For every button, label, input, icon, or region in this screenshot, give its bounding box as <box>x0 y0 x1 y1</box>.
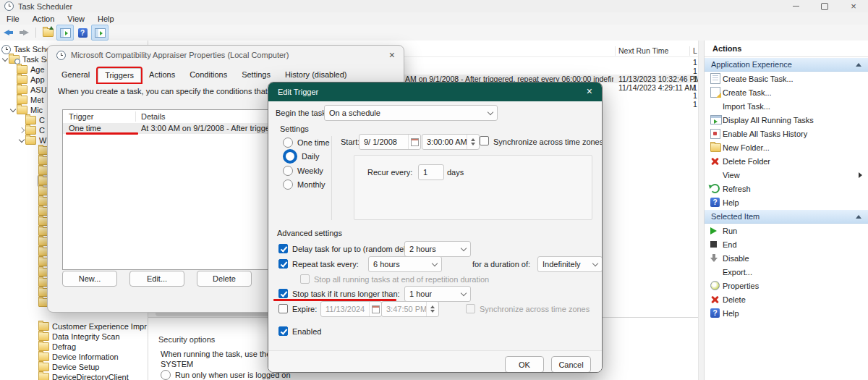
schedule-radio-option[interactable]: One time <box>283 138 330 147</box>
folder-icon <box>17 75 27 84</box>
security-account: SYSTEM <box>161 360 193 368</box>
delay-duration-select[interactable]: 2 hours <box>404 241 471 257</box>
help-icon <box>710 198 720 207</box>
toolbar-help-button[interactable] <box>76 26 89 39</box>
schedule-radio-option[interactable]: Weekly <box>283 166 330 175</box>
expire-sync-timezones-checkbox[interactable] <box>466 304 475 313</box>
advanced-settings-label: Advanced settings <box>277 229 342 237</box>
action-item[interactable]: Help <box>705 306 868 320</box>
tree-item[interactable]: Data Integrity Scan <box>0 332 148 342</box>
chevron-down-icon <box>2 56 8 62</box>
action-item[interactable]: End <box>705 237 868 251</box>
action-item[interactable]: Refresh <box>705 182 868 195</box>
forward-button[interactable] <box>17 26 30 39</box>
show-hide-action-pane-button[interactable] <box>91 25 109 41</box>
menu-item[interactable]: File <box>0 14 26 23</box>
sync-timezones-label: Synchronize across time zones <box>493 138 603 146</box>
action-item[interactable]: Create Task... <box>705 85 868 99</box>
tree-item[interactable]: Device Setup <box>0 362 148 372</box>
menu-item[interactable]: Action <box>26 14 61 23</box>
menu-item[interactable]: View <box>61 14 91 23</box>
start-date-field[interactable]: 9/ 1/2008 <box>359 134 421 150</box>
action-item[interactable]: Delete Folder <box>705 154 868 168</box>
schedule-radio-option[interactable]: Monthly <box>283 180 330 190</box>
folder-icon <box>25 126 36 135</box>
toolbar-separator <box>35 28 36 38</box>
stop-task-duration-select[interactable]: 1 hour <box>404 286 471 302</box>
action-item[interactable]: New Folder... <box>705 140 868 154</box>
delete-trigger-button[interactable]: Delete <box>197 271 252 287</box>
action-item[interactable]: Create Basic Task... <box>705 72 868 85</box>
action-item[interactable]: Help <box>705 195 868 209</box>
action-item[interactable]: Enable All Tasks History <box>705 127 868 140</box>
properties-tab[interactable]: Conditions <box>183 68 234 83</box>
console-tree-button[interactable] <box>41 26 54 39</box>
task-scheduler-icon <box>1 45 11 54</box>
dropdown-chevron-icon <box>592 261 598 266</box>
start-time-field[interactable]: 3:00:00 AM <box>422 134 480 150</box>
close-button[interactable]: × <box>839 0 868 12</box>
back-button[interactable] <box>2 26 15 39</box>
properties-tab[interactable]: Actions <box>142 68 182 83</box>
stop-all-tasks-checkbox[interactable] <box>300 274 310 284</box>
new-trigger-button[interactable]: New... <box>62 271 117 287</box>
expire-checkbox[interactable] <box>278 304 288 313</box>
details-column-header[interactable]: Details <box>141 112 166 121</box>
ok-button[interactable]: OK <box>505 356 544 373</box>
sync-timezones-checkbox[interactable] <box>480 136 489 145</box>
expire-date-field[interactable]: 11/13/2024 <box>320 301 382 317</box>
action-item[interactable]: Delete <box>705 292 868 306</box>
help-icon <box>710 308 720 318</box>
tree-item[interactable]: DeviceDirectoryClient <box>0 372 148 380</box>
action-item[interactable]: Export... <box>705 265 868 279</box>
minimize-button[interactable] <box>781 0 810 12</box>
stop-task-checkbox[interactable] <box>278 289 288 298</box>
properties-tab[interactable]: Triggers <box>98 68 141 83</box>
action-item[interactable]: Display All Running Tasks <box>705 113 868 127</box>
last-run-time-column-header[interactable]: L <box>693 46 697 55</box>
next-run-time-column-header[interactable]: Next Run Time <box>618 46 668 55</box>
action-item[interactable]: Run <box>705 224 868 237</box>
dropdown-chevron-icon <box>488 109 493 115</box>
properties-tab[interactable]: General <box>55 68 96 83</box>
section-header-application-experience[interactable]: Application Experience <box>705 57 868 72</box>
action-item[interactable]: Disable <box>705 251 868 265</box>
section-header-selected-item[interactable]: Selected Item <box>705 209 868 224</box>
properties-icon <box>710 281 720 290</box>
repeat-interval-select[interactable]: 6 hours <box>368 256 442 272</box>
maximize-button[interactable] <box>810 0 839 12</box>
edit-trigger-close-button[interactable]: × <box>587 85 592 97</box>
run-icon <box>710 227 717 235</box>
expire-time-field[interactable]: 3:47:50 PM <box>381 301 439 317</box>
repeat-task-checkbox[interactable] <box>278 259 288 269</box>
enabled-checkbox[interactable] <box>278 326 288 336</box>
duration-select[interactable]: Indefinitely <box>537 256 603 272</box>
submenu-arrow-icon <box>859 172 862 178</box>
cancel-button[interactable]: Cancel <box>551 356 591 373</box>
action-item[interactable]: View <box>705 168 868 182</box>
recur-days-input[interactable]: 1 <box>418 164 444 180</box>
action-item[interactable]: Properties <box>705 279 868 292</box>
tree-item[interactable]: Defrag <box>0 342 148 352</box>
logged-on-radio[interactable] <box>161 370 171 380</box>
enabled-label: Enabled <box>292 327 321 336</box>
expire-label: Expire: <box>292 305 317 313</box>
delay-task-checkbox[interactable] <box>278 244 288 253</box>
create-task-icon <box>710 87 720 98</box>
properties-tab[interactable]: History (disabled) <box>278 68 354 83</box>
show-hide-console-tree-button[interactable] <box>56 25 74 41</box>
task-scheduler-window: Task Scheduler × FileActionViewHelp Task… <box>0 0 868 380</box>
tree-item[interactable]: Device Information <box>0 352 148 362</box>
repeat-task-label: Repeat task every: <box>292 260 359 269</box>
edit-trigger-button[interactable]: Edit... <box>129 271 184 287</box>
properties-close-button[interactable]: × <box>389 49 395 61</box>
chevron-up-icon <box>856 215 861 219</box>
schedule-radio-option[interactable]: Daily <box>283 152 330 161</box>
action-item[interactable]: Import Task... <box>705 99 868 113</box>
tree-item[interactable]: Customer Experience Impr <box>0 321 148 332</box>
menu-item[interactable]: Help <box>91 14 121 23</box>
properties-tab[interactable]: Settings <box>235 68 277 83</box>
trigger-column-header[interactable]: Trigger <box>69 112 93 121</box>
begin-task-select[interactable]: On a schedule <box>324 105 498 121</box>
actions-panel: Actions Application Experience Create Ba… <box>704 41 868 380</box>
